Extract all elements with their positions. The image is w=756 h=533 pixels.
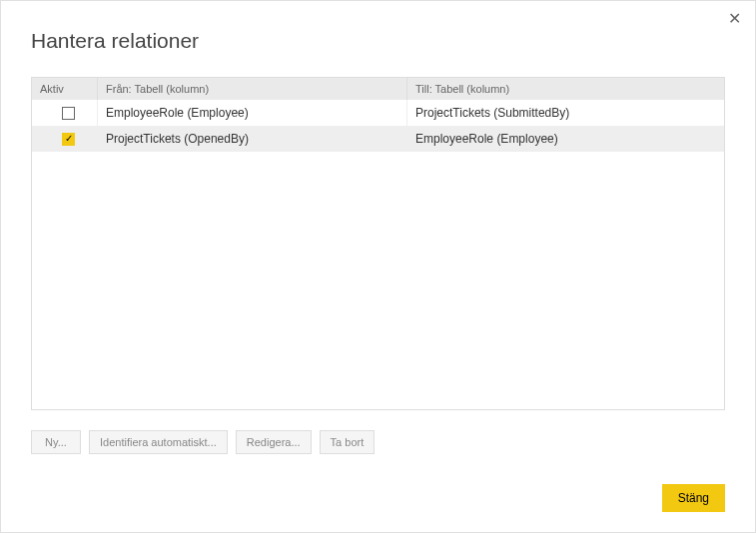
action-buttons: Ny... Identifiera automatiskt... Rediger… [31,430,725,454]
new-button[interactable]: Ny... [31,430,81,454]
close-icon[interactable]: ✕ [728,11,741,27]
header-to: Till: Tabell (kolumn) [407,78,724,100]
cell-from: ProjectTickets (OpenedBy) [98,126,407,152]
dialog-footer: Stäng [31,484,725,512]
autodetect-button[interactable]: Identifiera automatiskt... [89,430,228,454]
edit-button[interactable]: Redigera... [236,430,312,454]
cell-to: ProjectTickets (SubmittedBy) [407,100,724,126]
header-from: Från: Tabell (kolumn) [98,78,407,100]
table-row[interactable]: EmployeeRole (Employee)ProjectTickets (S… [32,100,724,126]
table-body: EmployeeRole (Employee)ProjectTickets (S… [32,100,724,409]
cell-active: ✓ [32,126,98,152]
table-header: Aktiv Från: Tabell (kolumn) Till: Tabell… [32,78,724,100]
cell-from: EmployeeRole (Employee) [98,100,407,126]
table-row[interactable]: ✓ProjectTickets (OpenedBy)EmployeeRole (… [32,126,724,152]
relationships-table: Aktiv Från: Tabell (kolumn) Till: Tabell… [31,77,725,410]
cell-active [32,100,98,126]
header-active: Aktiv [32,78,98,100]
active-checkbox[interactable]: ✓ [62,133,75,146]
manage-relationships-dialog: Hantera relationer Aktiv Från: Tabell (k… [1,1,755,532]
active-checkbox[interactable] [62,107,75,120]
cell-to: EmployeeRole (Employee) [407,126,724,152]
dialog-title: Hantera relationer [31,29,725,53]
delete-button[interactable]: Ta bort [320,430,376,454]
close-button[interactable]: Stäng [662,484,725,512]
